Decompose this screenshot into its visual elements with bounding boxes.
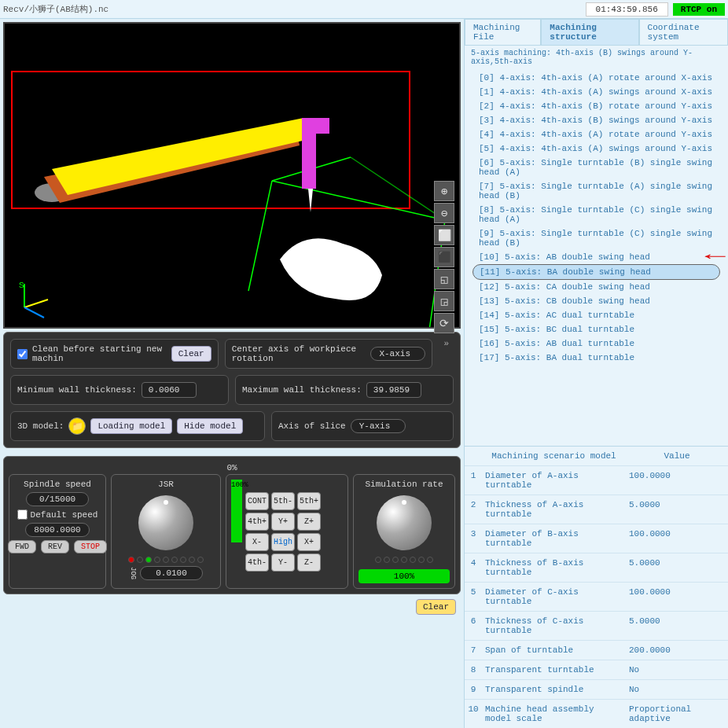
spindle-title: Spindle speed <box>24 480 91 489</box>
table-row[interactable]: 8Transparent turntableNo <box>465 660 728 679</box>
stop-button[interactable]: STOP <box>74 540 107 553</box>
max-wall-label: Maximum wall thickness: <box>242 385 362 395</box>
structure-item-15[interactable]: [15] 5-axis: BC dual turntable <box>472 322 720 336</box>
structure-list[interactable]: [0] 4-axis: 4th-axis (A) rotate around X… <box>465 69 728 438</box>
key-y[interactable]: Y- <box>271 553 295 572</box>
max-wall-group: Maximum wall thickness: 39.9859 <box>235 375 454 405</box>
view-tool-6[interactable]: ⟳ <box>434 313 454 333</box>
table-row[interactable]: 9Transparent spindleNo <box>465 679 728 699</box>
jog-input[interactable]: 0.0100 <box>140 566 203 580</box>
view-tool-3[interactable]: ⬛ <box>434 247 454 267</box>
view-tool-1[interactable]: ⊖ <box>434 203 454 223</box>
min-wall-label: Minimum wall thickness: <box>17 385 137 395</box>
structure-item-3[interactable]: [3] 4-axis: 4th-axis (B) swings around Y… <box>472 113 720 127</box>
structure-item-4[interactable]: [4] 4-axis: 4th-axis (A) rotate around Y… <box>472 127 720 142</box>
jsr-box: JSR JOG 0.0100 <box>111 474 221 589</box>
bottom-clear-button[interactable]: Clear <box>416 599 456 615</box>
max-wall-input[interactable]: 39.9859 <box>366 382 421 398</box>
clean-checkbox[interactable] <box>17 349 28 359</box>
structure-item-0[interactable]: [0] 4-axis: 4th-axis (A) rotate around X… <box>472 71 720 85</box>
structure-item-17[interactable]: [17] 5-axis: BA dual turntable <box>472 351 720 365</box>
tab-coordinate-system[interactable]: Coordinate system <box>639 19 728 45</box>
key-5th[interactable]: 5th- <box>271 492 295 510</box>
table-row[interactable]: 7Span of turntable200.0000 <box>465 640 728 660</box>
structure-item-7[interactable]: [7] 5-axis: Single turntable (A) single … <box>472 179 720 203</box>
loading-model-button[interactable]: Loading model <box>90 418 172 434</box>
model-table: Machining scenario model Value 1Diameter… <box>465 446 728 728</box>
spindle-box: Spindle speed 0/15000 Default speed 8000… <box>9 474 106 589</box>
svg-line-12 <box>24 307 44 318</box>
structure-item-8[interactable]: [8] 5-axis: Single turntable (C) single … <box>472 203 720 226</box>
structure-item-6[interactable]: [6] 5-axis: Single turntable (B) single … <box>472 156 720 179</box>
table-row[interactable]: 2Thickness of A-axis turntable5.0000 <box>465 495 728 524</box>
center-axis-select[interactable]: X-axis <box>370 347 425 361</box>
structure-item-14[interactable]: [14] 5-axis: AC dual turntable <box>472 308 720 322</box>
structure-item-1[interactable]: [1] 4-axis: 4th-axis (A) swings around X… <box>472 85 720 99</box>
svg-line-0 <box>272 181 445 220</box>
table-head-value: Value <box>626 447 728 465</box>
clear-button[interactable]: Clear <box>171 346 211 362</box>
key-x[interactable]: X+ <box>297 533 321 551</box>
min-wall-input[interactable]: 0.0060 <box>142 382 197 398</box>
structure-item-13[interactable]: [13] 5-axis: CB double swing head <box>472 294 720 308</box>
key-4th[interactable]: 4th- <box>245 553 269 572</box>
jog-meter: 100% <box>231 480 242 542</box>
view-toolbar: ⊕⊖⬜⬛◱◲⟳ <box>434 181 454 333</box>
tab-machining-file[interactable]: Machining File <box>465 19 541 45</box>
sim-title: Simulation rate <box>365 480 443 489</box>
view-tool-0[interactable]: ⊕ <box>434 181 454 201</box>
slice-select[interactable]: Y-axis <box>351 419 406 433</box>
default-speed-label: Default speed <box>31 510 98 520</box>
fwd-button[interactable]: FWD <box>8 540 36 553</box>
default-speed-checkbox[interactable] <box>17 509 28 520</box>
tab-machining-structure[interactable]: Machining structure <box>541 19 638 45</box>
viewport-scene <box>5 24 459 327</box>
key-cont[interactable]: CONT <box>245 492 269 510</box>
params-panel: Clean before starting new machin Clear C… <box>3 332 461 448</box>
key-x[interactable]: X- <box>245 533 269 551</box>
structure-item-11[interactable]: [11] 5-axis: BA double swing head <box>472 264 720 280</box>
structure-item-2[interactable]: [2] 4-axis: 4th-axis (B) rotate around Y… <box>472 99 720 113</box>
key-z[interactable]: Z- <box>297 553 321 572</box>
structure-item-10[interactable]: [10] 5-axis: AB double swing head <box>472 250 720 264</box>
table-row[interactable]: 5Diameter of C-axis turntable100.0000 <box>465 582 728 611</box>
table-row[interactable]: 6Thickness of C-axis turntable5.0000 <box>465 611 728 640</box>
key-y[interactable]: Y+ <box>271 513 295 531</box>
structure-item-12[interactable]: [12] 5-axis: CA double swing head <box>472 280 720 294</box>
structure-item-9[interactable]: [9] 5-axis: Single turntable (C) single … <box>472 226 720 250</box>
svg-line-2 <box>248 181 272 291</box>
key-4th[interactable]: 4th+ <box>245 513 269 531</box>
structure-item-16[interactable]: [16] 5-axis: AB dual turntable <box>472 336 720 351</box>
table-row[interactable]: 3Diameter of B-axis turntable100.0000 <box>465 524 728 553</box>
view-tool-4[interactable]: ◱ <box>434 269 454 289</box>
jsr-leds <box>128 557 204 563</box>
center-axis-label: Center axis of workpiece rotation <box>232 344 366 363</box>
key-5th[interactable]: 5th+ <box>297 492 321 510</box>
view-tool-5[interactable]: ◲ <box>434 291 454 311</box>
key-high[interactable]: High <box>271 533 295 551</box>
keypad-box: 100% CONT5th-5th+4th+Y+Z+X-HighX+4th-Y-Z… <box>226 474 348 589</box>
view-tool-2[interactable]: ⬜ <box>434 225 454 245</box>
table-row[interactable]: 10Machine head assembly model scalePropo… <box>465 699 728 728</box>
jsr-knob[interactable] <box>138 495 193 550</box>
axis-gizmo-icon: S <box>13 280 60 319</box>
rtcp-badge[interactable]: RTCP on <box>673 3 725 16</box>
sim-pct: 100% <box>358 569 450 583</box>
structure-item-5[interactable]: [5] 4-axis: 4th-axis (A) swings around Y… <box>472 142 720 156</box>
rev-button[interactable]: REV <box>41 540 69 553</box>
expand-icon[interactable]: » <box>439 339 454 348</box>
arrow-pointer-icon: ← <box>704 247 725 267</box>
folder-icon[interactable]: 📁 <box>68 417 86 435</box>
3d-viewport[interactable]: S ⊕⊖⬜⬛◱◲⟳ <box>3 22 461 329</box>
key-z[interactable]: Z+ <box>297 513 321 531</box>
sim-knob[interactable] <box>377 495 432 550</box>
clean-label: Clean before starting new machin <box>32 344 167 363</box>
hide-model-button[interactable]: Hide model <box>177 418 243 434</box>
progress-panel: 0% Spindle speed 0/15000 Default speed 8… <box>3 456 461 594</box>
file-path: Recv/小狮子(AB结构).nc <box>3 3 586 15</box>
default-speed-input[interactable]: 8000.0000 <box>25 523 89 537</box>
sim-box: Simulation rate 100% <box>353 474 455 589</box>
table-row[interactable]: 4Thickness of B-axis turntable5.0000 <box>465 553 728 582</box>
table-row[interactable]: 1Diameter of A-axis turntable100.0000 <box>465 465 728 495</box>
svg-line-11 <box>24 300 48 307</box>
